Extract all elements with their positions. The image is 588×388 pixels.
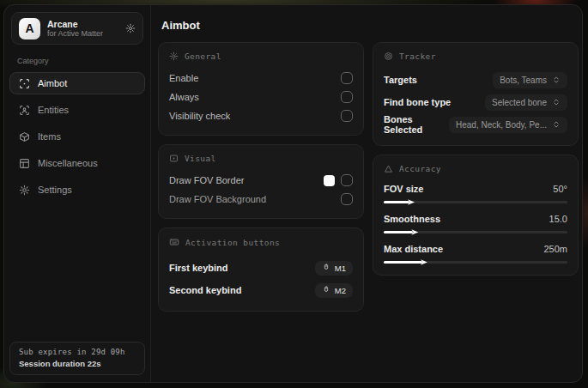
setting-label: Always — [169, 92, 199, 102]
setting-row-first-keybind: First keybind M1 — [169, 257, 353, 279]
fov-size-slider[interactable] — [384, 201, 567, 203]
sidebar-nav: Aimbot Entities Items — [9, 72, 145, 201]
setting-row-always: Always — [169, 88, 353, 106]
setting-label: Visibility check — [169, 111, 230, 121]
enable-checkbox[interactable] — [341, 72, 353, 84]
sidebar-item-label: Settings — [38, 185, 72, 195]
tracker-card: Tracker Targets Bots, Teams — [373, 42, 579, 146]
setting-row-max-distance: Max distance 250m — [384, 241, 567, 264]
card-title: Tracker — [399, 52, 436, 61]
draw-fov-background-checkbox[interactable] — [341, 193, 353, 205]
person-scan-icon — [19, 105, 30, 116]
sidebar-item-aimbot[interactable]: Aimbot — [9, 72, 145, 94]
setting-value: 15.0 — [549, 214, 567, 224]
setting-row-enable: Enable — [169, 69, 353, 88]
setting-value: 50° — [553, 184, 567, 194]
setting-label: Smoothness — [384, 214, 440, 224]
sidebar-item-label: Items — [38, 131, 61, 142]
frame-icon — [169, 154, 179, 163]
main-content: Aimbot General Enable — [151, 5, 583, 382]
second-keybind-button[interactable]: M2 — [315, 283, 353, 298]
brand-logo: A — [19, 18, 40, 39]
select-value: Selected bone — [492, 98, 547, 107]
session-duration-text: Session duration 22s — [19, 359, 136, 368]
brand-subtitle: for Active Matter — [47, 29, 118, 38]
setting-row-targets: Targets Bots, Teams — [384, 69, 567, 91]
slider-fill — [384, 231, 413, 233]
setting-row-draw-fov-border: Draw FOV Border — [169, 171, 353, 190]
find-bone-type-select[interactable]: Selected bone — [485, 94, 567, 111]
setting-row-second-keybind: Second keybind M2 — [169, 279, 353, 301]
general-card: General Enable Always Visibility check — [158, 42, 364, 136]
select-value: Head, Neck, Body, Pe... — [456, 120, 547, 130]
activation-buttons-card: Activation buttons First keybind M1 — [158, 227, 364, 312]
accuracy-card: Accuracy FOV size 50° — [373, 155, 579, 276]
chevrons-up-down-icon — [552, 76, 561, 84]
keybind-value: M2 — [335, 286, 346, 295]
right-column: Tracker Targets Bots, Teams — [373, 42, 579, 312]
card-title: Activation buttons — [185, 238, 280, 247]
setting-label: Find bone type — [384, 97, 451, 107]
chevrons-up-down-icon — [552, 98, 561, 106]
layout-panel-icon — [19, 158, 30, 169]
cube-icon — [19, 131, 30, 142]
triangle-ruler-icon — [384, 164, 393, 173]
sidebar-item-label: Entities — [38, 105, 69, 115]
setting-label: Max distance — [384, 244, 443, 254]
brand-name: Arcane — [47, 19, 118, 29]
smoothness-slider[interactable] — [384, 231, 567, 233]
sidebar-item-label: Miscellaneous — [38, 158, 98, 168]
chevrons-up-down-icon — [552, 120, 561, 129]
first-keybind-button[interactable]: M1 — [315, 261, 353, 276]
always-checkbox[interactable] — [341, 91, 353, 103]
scan-crosshair-icon — [19, 78, 30, 89]
page-title: Aimbot — [161, 19, 579, 32]
settings-gear-button[interactable] — [125, 23, 136, 33]
sidebar: A Arcane for Active Matter Category Aimb… — [4, 5, 151, 382]
sidebar-item-items[interactable]: Items — [9, 125, 145, 148]
setting-label: Draw FOV Border — [169, 175, 244, 185]
setting-value: 250m — [543, 244, 567, 254]
setting-label: Enable — [169, 73, 198, 83]
target-icon — [384, 52, 393, 61]
setting-row-find-bone-type: Find bone type Selected bone — [384, 91, 567, 113]
bones-selected-select[interactable]: Head, Neck, Body, Pe... — [449, 117, 567, 133]
sidebar-item-entities[interactable]: Entities — [9, 99, 145, 121]
max-distance-slider[interactable] — [384, 261, 567, 264]
setting-label: Bones Selected — [384, 114, 449, 135]
setting-row-visibility-check: Visibility check — [169, 106, 353, 125]
visibility-check-checkbox[interactable] — [341, 110, 353, 122]
brand-card: A Arcane for Active Matter — [11, 12, 143, 45]
select-value: Bots, Teams — [500, 76, 547, 85]
gear-icon — [19, 185, 30, 196]
keybind-value: M1 — [335, 264, 346, 273]
cog-icon — [169, 52, 179, 61]
sub-expires-text: Sub expires in 29d 09h — [19, 348, 136, 356]
setting-label: Draw FOV Background — [169, 194, 266, 204]
sidebar-item-label: Aimbot — [38, 78, 67, 88]
subscription-info-box: Sub expires in 29d 09h Session duration … — [9, 342, 145, 375]
left-column: General Enable Always Visibility check — [158, 42, 364, 312]
mouse-icon — [322, 286, 330, 294]
setting-label: FOV size — [384, 184, 423, 194]
slider-thumb[interactable] — [408, 199, 415, 206]
draw-fov-border-checkbox[interactable] — [341, 174, 353, 186]
card-title: Accuracy — [399, 164, 441, 173]
setting-row-draw-fov-background: Draw FOV Background — [169, 190, 353, 209]
sidebar-item-miscellaneous[interactable]: Miscellaneous — [9, 152, 145, 174]
sidebar-item-settings[interactable]: Settings — [9, 179, 145, 201]
slider-thumb[interactable] — [411, 229, 418, 236]
slider-fill — [384, 261, 422, 264]
card-title: Visual — [185, 154, 216, 163]
category-label: Category — [17, 57, 145, 65]
setting-label: Second keybind — [169, 285, 241, 295]
visual-card: Visual Draw FOV Border Draw FOV Backgrou… — [158, 144, 364, 219]
card-title: General — [185, 52, 221, 61]
mouse-icon — [322, 264, 330, 272]
fov-border-color-swatch[interactable] — [324, 175, 335, 186]
targets-select[interactable]: Bots, Teams — [493, 72, 567, 88]
app-window: A Arcane for Active Matter Category Aimb… — [3, 4, 583, 383]
keyboard-icon — [169, 237, 179, 247]
slider-thumb[interactable] — [421, 259, 427, 266]
setting-label: First keybind — [169, 263, 227, 273]
